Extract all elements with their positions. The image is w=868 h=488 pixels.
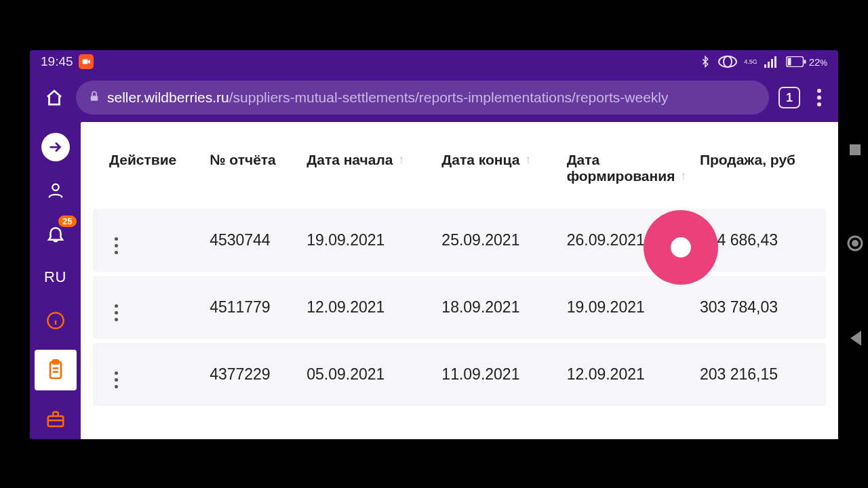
svg-rect-0 (82, 60, 87, 64)
table-row: 437722905.09.202111.09.202112.09.2021203… (93, 343, 826, 406)
svg-rect-8 (787, 58, 791, 66)
lock-icon (88, 89, 100, 106)
svg-rect-4 (768, 62, 770, 68)
touch-cursor-overlay (644, 210, 718, 285)
profile-icon[interactable] (41, 176, 70, 205)
tabs-button[interactable]: 1 (778, 87, 800, 108)
col-date-start[interactable]: Дата начала↑ (300, 142, 435, 205)
cell-date-formed: 19.09.2021 (560, 276, 693, 339)
sort-arrow-icon: ↑ (525, 153, 531, 166)
svg-rect-6 (774, 56, 776, 68)
briefcase-icon[interactable] (41, 405, 70, 434)
svg-point-14 (52, 184, 58, 190)
bluetooth-icon (699, 54, 711, 69)
network-label: 4.5G (744, 59, 757, 65)
browser-menu-button[interactable] (810, 85, 829, 110)
home-button[interactable] (42, 85, 66, 110)
cell-date-start: 19.09.2021 (300, 209, 435, 272)
svg-rect-3 (764, 64, 766, 68)
row-actions-button[interactable] (115, 237, 118, 254)
nav-back-icon[interactable] (848, 329, 863, 350)
cell-date-start: 05.09.2021 (300, 343, 435, 406)
cell-date-formed: 12.09.2021 (560, 343, 693, 406)
row-actions-button[interactable] (115, 304, 118, 321)
reports-table: Действие № отчёта Дата начала↑ Дата конц… (93, 138, 826, 410)
svg-point-26 (852, 240, 859, 247)
android-status-bar: 19:45 4.5G 22% (30, 50, 838, 73)
notification-badge: 25 (58, 216, 76, 227)
notifications-icon[interactable]: 25 (41, 220, 70, 248)
svg-rect-5 (771, 59, 773, 68)
cell-sale: 203 216,15 (693, 343, 826, 406)
table-row: 451177912.09.202118.09.202119.09.2021303… (93, 276, 826, 339)
battery-icon: 22% (786, 56, 827, 68)
url-bar[interactable]: seller.wildberries.ru/suppliers-mutual-s… (76, 81, 769, 115)
sidebar-item-reports[interactable] (35, 350, 77, 390)
device-frame: 19:45 4.5G 22% (30, 50, 838, 439)
cell-date-end: 18.09.2021 (435, 276, 559, 339)
page-content: Действие № отчёта Дата начала↑ Дата конц… (81, 122, 838, 439)
data-icon (718, 56, 737, 68)
sort-arrow-icon: ↑ (398, 153, 404, 166)
screen-record-icon (79, 54, 94, 69)
svg-point-2 (724, 56, 732, 67)
app-sidebar: 25 RU (30, 122, 81, 439)
col-sale[interactable]: Продажа, руб (693, 142, 826, 205)
cell-report-no: 4377229 (203, 343, 300, 406)
clock: 19:45 (41, 54, 73, 69)
col-date-formed[interactable]: Дата формирования↑ (560, 142, 693, 205)
info-icon[interactable] (41, 306, 70, 335)
language-switcher[interactable]: RU (41, 263, 70, 291)
sidebar-expand-button[interactable] (41, 133, 70, 161)
system-nav-overlay (846, 142, 864, 350)
col-report-no[interactable]: № отчёта (203, 142, 300, 205)
svg-point-12 (817, 96, 821, 100)
svg-rect-24 (850, 144, 861, 155)
nav-recent-icon[interactable] (848, 142, 863, 160)
sort-arrow-icon: ↑ (680, 169, 686, 182)
cell-date-start: 12.09.2021 (300, 276, 435, 339)
svg-rect-10 (91, 96, 98, 101)
col-date-end[interactable]: Дата конца↑ (435, 142, 559, 205)
col-action[interactable]: Действие (93, 142, 203, 205)
nav-home-icon[interactable] (846, 235, 864, 255)
cell-report-no: 4530744 (203, 209, 300, 272)
svg-rect-9 (804, 60, 806, 64)
signal-icon (764, 56, 779, 68)
cell-date-end: 11.09.2021 (435, 343, 559, 406)
cell-report-no: 4511779 (203, 276, 300, 339)
cell-date-end: 25.09.2021 (435, 209, 559, 272)
svg-point-1 (719, 56, 736, 67)
cell-sale: 303 784,03 (693, 276, 826, 339)
browser-toolbar: seller.wildberries.ru/suppliers-mutual-s… (30, 73, 838, 122)
svg-point-13 (817, 102, 821, 106)
svg-point-11 (817, 89, 821, 93)
row-actions-button[interactable] (115, 371, 118, 388)
url-text: seller.wildberries.ru/suppliers-mutual-s… (107, 89, 668, 106)
